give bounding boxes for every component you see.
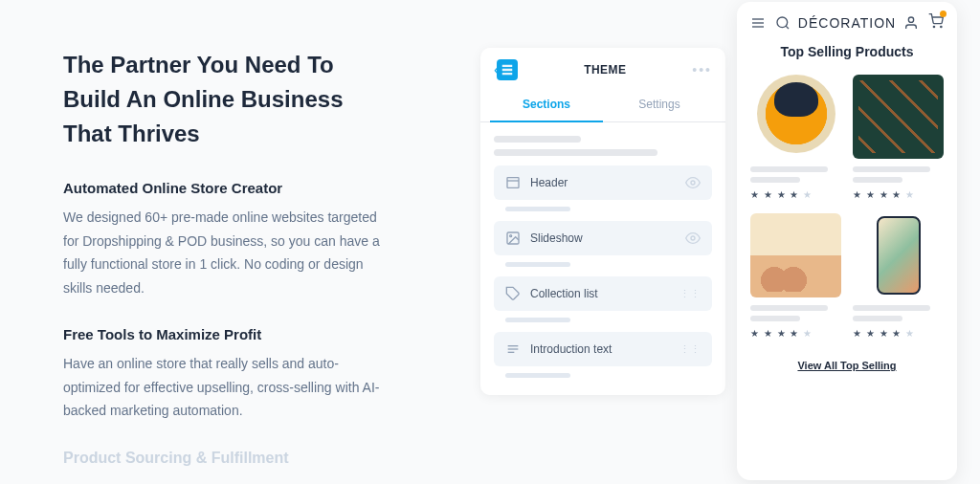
product-card[interactable]: ★ ★ ★ ★ ★ — [750, 213, 841, 339]
headline: The Partner You Need To Build An Online … — [63, 48, 383, 151]
skeleton-line — [853, 166, 930, 172]
skeleton-line — [750, 166, 828, 172]
feature-block: Automated Online Store Creator We design… — [63, 180, 383, 299]
feature-title: Free Tools to Maximize Profit — [63, 326, 383, 342]
eye-icon[interactable] — [685, 175, 701, 190]
layout-icon — [505, 175, 521, 190]
skeleton-line — [853, 316, 902, 321]
section-item-intro[interactable]: Introduction text ⋮⋮ — [494, 332, 712, 366]
theme-editor-panel: ‹ THEME ••• Sections Settings Header — [480, 48, 725, 395]
product-image — [750, 75, 841, 159]
drag-handle-icon[interactable]: ⋮⋮ — [679, 291, 701, 297]
product-image — [750, 213, 841, 297]
skeleton-line — [750, 177, 800, 183]
svg-rect-0 — [507, 178, 519, 188]
svg-point-13 — [777, 17, 788, 28]
feature-block: Free Tools to Maximize Profit Have an on… — [63, 326, 383, 423]
tab-settings[interactable]: Settings — [603, 88, 716, 121]
skeleton-line — [750, 316, 800, 321]
svg-line-14 — [786, 26, 789, 29]
phone-preview: DÉCORATION Top Selling Products ★ ★ ★ ★ … — [737, 2, 957, 480]
app-logo-icon — [497, 59, 518, 80]
panel-title: THEME — [584, 63, 626, 77]
view-all-link[interactable]: View All Top Selling — [750, 360, 944, 371]
more-icon[interactable]: ••• — [692, 62, 712, 77]
svg-point-5 — [691, 236, 695, 240]
section-label: Introduction text — [530, 342, 670, 356]
product-card[interactable]: ★ ★ ★ ★ ★ — [853, 75, 944, 200]
svg-point-17 — [941, 26, 942, 27]
skeleton-line — [494, 149, 657, 156]
skeleton-line — [853, 177, 902, 183]
product-card[interactable]: ★ ★ ★ ★ ★ — [853, 213, 944, 339]
tag-icon — [505, 286, 521, 301]
rating-stars: ★ ★ ★ ★ ★ — [750, 328, 841, 339]
text-icon — [505, 341, 521, 357]
cart-icon[interactable] — [928, 13, 944, 33]
drag-handle-icon[interactable]: ⋮⋮ — [679, 346, 701, 353]
section-label: Slideshow — [530, 231, 676, 245]
skeleton-line — [505, 373, 570, 378]
skeleton-line — [505, 262, 570, 267]
skeleton-line — [494, 136, 581, 143]
feature-faded: Product Sourcing & Fulfillment — [63, 450, 383, 467]
search-icon[interactable] — [775, 15, 791, 31]
section-label: Header — [530, 176, 676, 189]
section-item-header[interactable]: Header — [494, 165, 712, 200]
svg-point-15 — [908, 17, 913, 22]
product-image — [853, 213, 944, 297]
feature-body: We designed 60+ pre-made online websites… — [63, 206, 383, 299]
rating-stars: ★ ★ ★ ★ ★ — [853, 328, 944, 339]
feature-body: Have an online store that really sells a… — [63, 352, 383, 423]
feature-title: Automated Online Store Creator — [63, 180, 383, 196]
skeleton-line — [750, 305, 828, 311]
rating-stars: ★ ★ ★ ★ ★ — [750, 189, 841, 200]
product-image — [853, 75, 944, 159]
section-label: Collection list — [530, 287, 670, 300]
skeleton-line — [505, 318, 570, 322]
store-brand: DÉCORATION — [798, 15, 896, 31]
section-heading: Top Selling Products — [750, 44, 944, 59]
skeleton-line — [505, 207, 570, 211]
svg-point-2 — [691, 181, 695, 185]
rating-stars: ★ ★ ★ ★ ★ — [853, 189, 944, 200]
tab-sections[interactable]: Sections — [490, 88, 603, 122]
svg-point-16 — [933, 26, 934, 27]
image-icon — [505, 231, 521, 246]
menu-icon[interactable] — [750, 15, 766, 31]
section-item-slideshow[interactable]: Slideshow — [494, 221, 712, 255]
user-icon[interactable] — [903, 15, 919, 31]
eye-icon[interactable] — [685, 231, 701, 246]
svg-point-4 — [510, 235, 512, 237]
section-item-collection[interactable]: Collection list ⋮⋮ — [494, 276, 712, 311]
skeleton-line — [853, 305, 930, 311]
marketing-copy: The Partner You Need To Build An Online … — [0, 0, 412, 484]
product-card[interactable]: ★ ★ ★ ★ ★ — [750, 75, 841, 200]
